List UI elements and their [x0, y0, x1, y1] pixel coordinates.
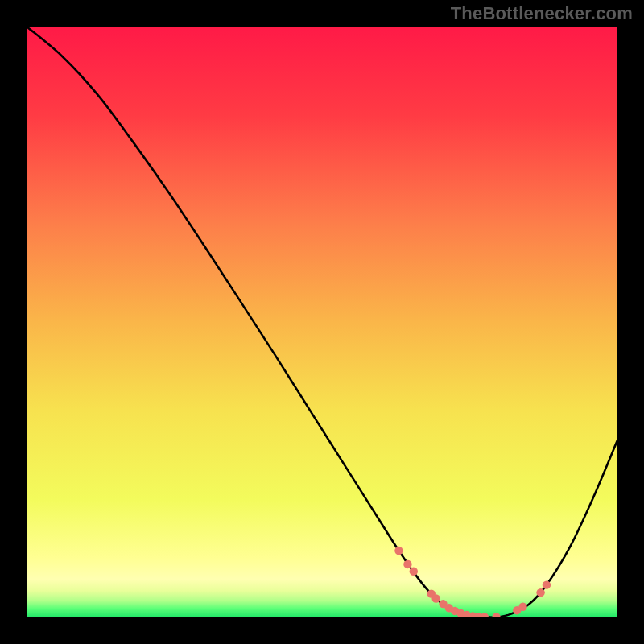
curve-marker: [543, 580, 551, 588]
gradient-background: [27, 27, 617, 617]
watermark-text: TheBottlenecker.com: [451, 3, 633, 24]
plot-area: [27, 27, 617, 617]
curve-marker: [518, 603, 526, 611]
curve-marker: [536, 588, 544, 597]
curve-marker: [410, 568, 418, 576]
curve-marker: [403, 560, 411, 568]
curve-marker: [394, 547, 402, 555]
curve-marker: [431, 594, 440, 602]
chart-svg: [27, 27, 617, 617]
chart-frame: TheBottlenecker.com: [0, 0, 644, 644]
